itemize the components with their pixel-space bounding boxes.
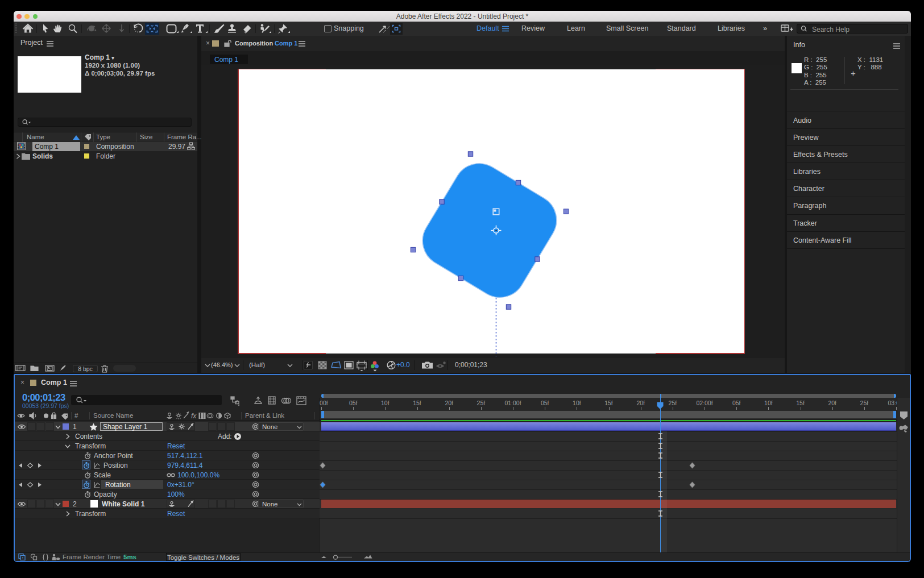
- svg-text:fx: fx: [191, 412, 197, 420]
